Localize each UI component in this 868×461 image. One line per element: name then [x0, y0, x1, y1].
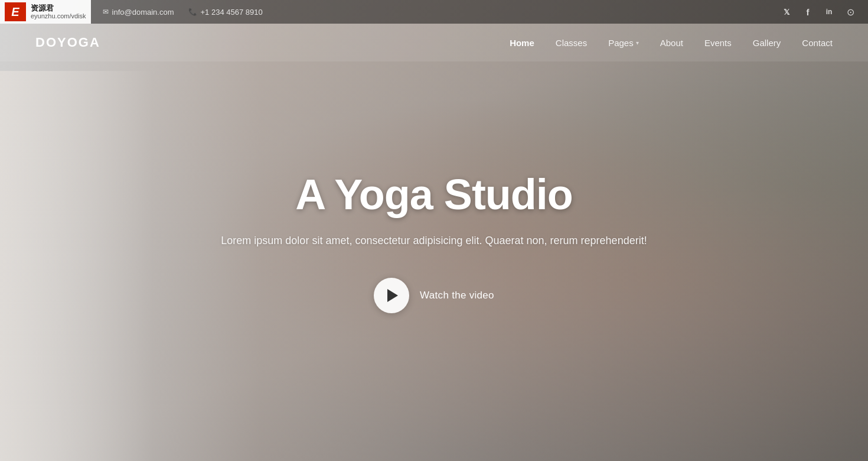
phone-number: +1 234 4567 8910 — [201, 8, 263, 17]
pages-dropdown-icon: ▾ — [636, 40, 639, 46]
brand-logo: DOYOGA — [35, 35, 100, 50]
nav-item-contact[interactable]: Contact — [802, 38, 833, 48]
nav-item-classes[interactable]: Classes — [556, 38, 587, 48]
hero-content: A Yoga Studio Lorem ipsum dolor sit amet… — [0, 0, 868, 461]
video-cta[interactable]: Watch the video — [374, 278, 494, 313]
nav-item-gallery[interactable]: Gallery — [753, 38, 781, 48]
instagram-icon[interactable]: ⊙ — [844, 6, 856, 18]
social-icons: 𝕏 f in ⊙ — [781, 6, 856, 18]
linkedin-icon[interactable]: in — [823, 6, 835, 18]
hero-title: A Yoga Studio — [295, 171, 573, 218]
watermark-title: 资源君 — [31, 4, 86, 13]
email-contact: ✉ info@domain.com — [103, 8, 174, 17]
twitter-icon[interactable]: 𝕏 — [781, 6, 792, 18]
email-icon: ✉ — [103, 8, 109, 16]
phone-icon: 📞 — [188, 8, 197, 16]
nav-item-about[interactable]: About — [660, 38, 683, 48]
phone-contact: 📞 +1 234 4567 8910 — [188, 8, 263, 17]
main-navbar: DOYOGA Home Classes Pages ▾ About Events… — [0, 24, 868, 61]
watermark-url: eyunzhu.com/vdisk — [31, 12, 86, 20]
nav-item-pages[interactable]: Pages ▾ — [608, 38, 639, 48]
watermark-badge: E 资源君 eyunzhu.com/vdisk — [0, 0, 91, 24]
facebook-icon[interactable]: f — [802, 6, 814, 18]
watermark-info: 资源君 eyunzhu.com/vdisk — [31, 4, 86, 21]
nav-links: Home Classes Pages ▾ About Events Galler… — [510, 38, 833, 48]
hero-subtitle: Lorem ipsum dolor sit amet, consectetur … — [221, 232, 647, 249]
play-button[interactable] — [374, 278, 409, 313]
top-bar-left: E 资源君 eyunzhu.com/vdisk ✉ info@domain.co… — [0, 0, 263, 24]
top-contact-info: ✉ info@domain.com 📞 +1 234 4567 8910 — [103, 8, 263, 17]
top-bar: E 资源君 eyunzhu.com/vdisk ✉ info@domain.co… — [0, 0, 868, 24]
nav-item-events[interactable]: Events — [704, 38, 732, 48]
nav-item-home[interactable]: Home — [510, 38, 534, 48]
email-address: info@domain.com — [112, 8, 174, 17]
watermark-e-letter: E — [5, 2, 26, 21]
play-triangle-icon — [387, 289, 398, 302]
watch-label: Watch the video — [420, 290, 494, 301]
